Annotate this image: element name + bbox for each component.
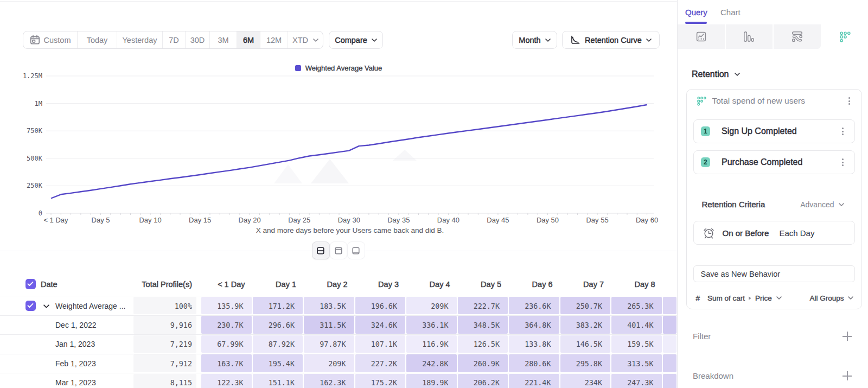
criteria-advanced-dropdown[interactable]: Advanced xyxy=(800,200,844,209)
row-divider xyxy=(0,354,677,354)
row-label[interactable]: Dec 1, 2022 xyxy=(55,321,97,329)
select-all-checkbox[interactable] xyxy=(25,279,36,289)
col-header-day[interactable]: Day 2 xyxy=(303,280,348,289)
y-tick-label: 250K xyxy=(27,182,43,189)
col-header-day[interactable]: Day 6 xyxy=(508,280,553,289)
retention-when-row[interactable]: On or Before Each Day xyxy=(693,221,855,245)
active-tab-underline xyxy=(685,22,707,24)
col-header-profiles[interactable]: Total Profile(s) xyxy=(133,280,192,289)
retention-cell-value: 296.6K xyxy=(252,321,295,329)
add-filter-button[interactable] xyxy=(843,332,852,341)
measure-row: # Sum of cart Price All Groups xyxy=(696,291,853,304)
retention-section-title: Retention xyxy=(692,69,729,79)
retention-cell[interactable] xyxy=(663,335,677,353)
kebab-dot xyxy=(842,158,844,160)
step-kebab-menu[interactable] xyxy=(839,158,847,167)
x-tick-label: Day 55 xyxy=(586,216,608,224)
retention-line-series[interactable] xyxy=(51,105,647,199)
chevron-down-icon xyxy=(839,203,844,206)
col-header-day[interactable]: Day 9 xyxy=(662,280,678,289)
profiles-cell: 7,912 xyxy=(133,360,192,368)
retention-cell-value: 151.1K xyxy=(252,379,295,387)
retention-cell[interactable] xyxy=(663,374,677,388)
behavior-step-1[interactable]: 1Sign Up Completed xyxy=(693,119,855,143)
step-kebab-menu[interactable] xyxy=(839,127,847,136)
add-breakdown-button[interactable] xyxy=(843,371,852,380)
behavior-card: Total spend of new users 1Sign Up Comple… xyxy=(686,89,862,309)
x-tick-label: Day 40 xyxy=(437,216,459,224)
kebab-dot xyxy=(848,97,850,99)
retention-cell-value: 175.2K xyxy=(355,379,398,387)
chart-type-tile-insights[interactable] xyxy=(678,24,725,49)
layout-toggle-chart-only[interactable] xyxy=(330,241,348,259)
chevron-down-icon xyxy=(776,296,782,300)
retention-cell-value: 250.7K xyxy=(560,302,603,310)
expand-chevron-icon[interactable] xyxy=(43,304,49,308)
retention-cell-value: 146.5K xyxy=(560,340,603,348)
retention-cell-value: 162.3K xyxy=(303,379,346,387)
col-header-day[interactable]: Day 1 xyxy=(252,280,297,289)
retention-cell-value: 227.2K xyxy=(355,360,398,368)
retention-criteria-label: Retention Criteria xyxy=(702,200,765,209)
retention-cell[interactable] xyxy=(663,297,677,314)
retention-cell-value: 159.5K xyxy=(611,340,654,348)
col-header-date[interactable]: Date xyxy=(41,280,58,289)
retention-cell-value: 222.7K xyxy=(457,302,500,310)
when-value-label: Each Day xyxy=(779,228,814,238)
retention-cell-value: 230.7K xyxy=(201,321,244,329)
retention-cell[interactable] xyxy=(663,316,677,333)
row-checkbox[interactable] xyxy=(25,301,36,311)
col-header-day[interactable]: < 1 Day xyxy=(201,280,245,289)
behavior-step-2[interactable]: 2Purchase Completed xyxy=(693,150,855,174)
behavior-kebab-menu[interactable] xyxy=(845,97,854,105)
measure-property-a[interactable]: Sum of cart xyxy=(707,294,745,302)
col-header-day[interactable]: Day 3 xyxy=(355,280,399,289)
y-tick-label: 750K xyxy=(27,127,43,135)
save-as-new-behavior-button[interactable]: Save as New Behavior xyxy=(693,265,855,282)
chevron-down-icon xyxy=(735,73,740,76)
kebab-dot xyxy=(848,100,850,102)
row-label[interactable]: Weighted Average ... xyxy=(55,302,125,310)
flows-icon xyxy=(792,31,802,42)
chart-type-tile-funnels[interactable] xyxy=(726,24,773,49)
x-tick-label: Day 45 xyxy=(487,216,509,224)
advanced-label: Advanced xyxy=(800,200,834,209)
kebab-dot xyxy=(842,162,844,163)
retention-cell-value: 171.2K xyxy=(252,302,295,310)
kebab-dot xyxy=(842,164,844,166)
step-event-label: Purchase Completed xyxy=(722,157,839,167)
x-axis-caption: X and more days before your Users came b… xyxy=(256,226,444,234)
profiles-cell: 100% xyxy=(133,302,192,310)
chart-type-tile-retention[interactable] xyxy=(822,24,868,49)
tab-query[interactable]: Query xyxy=(685,8,707,17)
retention-cell-value: 67.99K xyxy=(201,340,244,348)
retention-cell-value: 206.2K xyxy=(457,379,500,387)
tab-chart[interactable]: Chart xyxy=(720,8,741,17)
retention-cell-value: 336.1K xyxy=(406,321,449,329)
row-label[interactable]: Mar 1, 2023 xyxy=(55,378,96,387)
layout-toggle-table-only[interactable] xyxy=(347,241,365,259)
measure-property-b[interactable]: Price xyxy=(755,294,772,302)
retention-cell-value: 280.6K xyxy=(508,360,551,368)
retention-cell[interactable] xyxy=(663,354,677,372)
retention-section-header[interactable]: Retention xyxy=(692,69,740,79)
col-header-day[interactable]: Day 5 xyxy=(457,280,502,289)
step-number-badge: 1 xyxy=(701,126,711,136)
profiles-cell: 8,115 xyxy=(133,379,192,387)
retention-cell-value: 221.4K xyxy=(508,379,551,387)
query-sidebar: Query Chart Retention Total spend of new… xyxy=(677,0,868,388)
x-tick-label: Day 35 xyxy=(387,216,410,224)
funnels-icon xyxy=(744,31,754,42)
layout-toggle-split-view[interactable] xyxy=(312,241,330,259)
col-header-day[interactable]: Day 4 xyxy=(406,280,450,289)
retention-line-chart: 0250K500K750K1M1.25M< 1 DayDay 5Day 10Da… xyxy=(0,0,677,251)
col-header-day[interactable]: Day 7 xyxy=(560,280,604,289)
x-tick-label: Day 5 xyxy=(92,216,110,224)
row-label[interactable]: Jan 1, 2023 xyxy=(55,340,95,348)
row-divider xyxy=(0,334,677,335)
col-header-day[interactable]: Day 8 xyxy=(611,280,655,289)
chart-type-tile-flows[interactable] xyxy=(774,24,821,49)
row-label[interactable]: Feb 1, 2023 xyxy=(55,359,96,368)
group-by-dropdown[interactable]: All Groups xyxy=(809,294,844,302)
retention-cell-value: 364.8K xyxy=(508,321,551,329)
